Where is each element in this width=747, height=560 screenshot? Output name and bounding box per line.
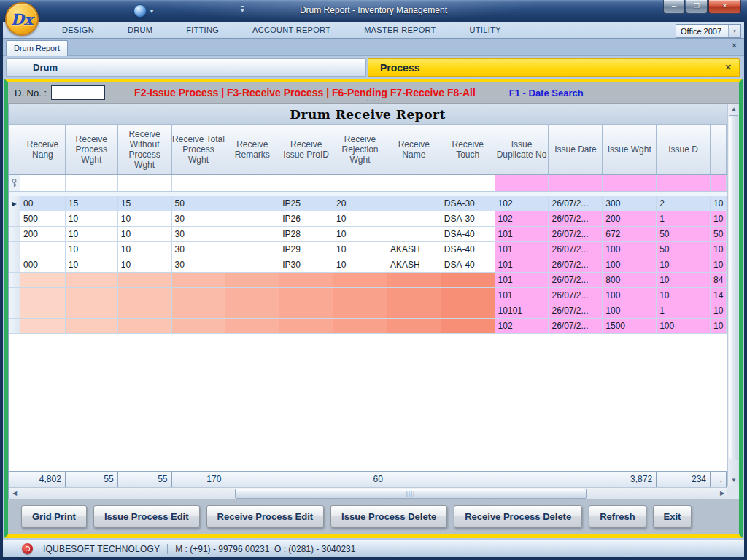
grid-cell-receive_total_process_wght[interactable] [172,303,226,319]
grid-cell-issue_wght[interactable]: 800 [603,273,657,288]
grid-cell-receive_nang[interactable]: 000 [20,257,66,273]
grid-cell-receive_remarks[interactable] [225,227,279,242]
grid-cell-issue_date[interactable]: 26/07/2... [549,227,603,242]
grid-cell-receive_name[interactable] [387,288,441,303]
grid-cell-issue_duplicate_no[interactable]: 102 [495,196,549,211]
grid-cell-issue_d[interactable]: 10 [657,273,711,288]
dno-input[interactable] [51,85,105,100]
grid-cell-issue_duplicate_no[interactable]: 10101 [495,303,549,319]
grid-cell-receive_process_wght[interactable] [66,288,118,303]
grid-cell-issue_d[interactable]: 10 [657,288,711,303]
grid-cell-receive_without_process_wght[interactable]: 10 [118,242,172,257]
grid-cell-partial[interactable]: 10 [711,319,727,334]
grid-cell-receive_touch[interactable] [441,288,495,303]
panel-close-icon[interactable]: ✕ [725,63,739,72]
filter-cell-receive_name[interactable] [387,175,441,191]
grid-cell-receive_issue_proid[interactable]: IP25 [279,196,333,211]
grid-cell-receive_rejection_wght[interactable] [333,319,387,334]
grid-cell-issue_date[interactable]: 26/07/2... [549,288,603,303]
menu-item-design[interactable]: DESIGN [45,26,111,34]
grid-cell-receive_issue_proid[interactable] [279,288,333,303]
grid-cell-receive_issue_proid[interactable]: IP26 [279,211,333,227]
grid-cell-receive_nang[interactable]: 500 [20,211,66,227]
grid-cell-receive_touch[interactable] [441,319,495,334]
grid-cell-receive_nang[interactable] [20,242,66,257]
grid-cell-partial[interactable]: 84 [711,273,727,288]
grid-cell-receive_remarks[interactable] [225,196,279,211]
grid-cell-issue_d[interactable]: 50 [657,242,711,257]
grid-cell-issue_wght[interactable]: 100 [603,242,657,257]
grid-cell-receive_nang[interactable] [20,319,66,334]
grid-print-button[interactable]: Grid Print [21,505,87,528]
grid-cell-receive_total_process_wght[interactable]: 30 [172,242,226,257]
scroll-right-icon[interactable]: ▶ [716,488,728,499]
row-indicator[interactable] [9,211,20,227]
filter-cell-receive_without_process_wght[interactable] [118,175,172,191]
grid-cell-receive_remarks[interactable] [225,211,279,227]
row-indicator[interactable] [9,257,20,273]
panel-header-drum[interactable]: Drum [6,58,366,77]
col-header-partial[interactable] [711,125,727,174]
grid-cell-receive_total_process_wght[interactable]: 30 [172,227,226,242]
receive-process-edit-button[interactable]: Receive Process Edit [206,505,325,528]
grid-cell-issue_wght[interactable]: 200 [603,211,657,227]
filter-cell-receive_nang[interactable] [20,175,66,191]
grid-cell-receive_remarks[interactable] [225,273,279,288]
issue-process-edit-button[interactable]: Issue Process Edit [93,505,200,528]
grid-cell-issue_wght[interactable]: 100 [603,303,657,319]
grid-cell-receive_remarks[interactable] [225,303,279,319]
col-header-receive_rejection_wght[interactable]: Receive Rejection Wght [333,125,387,174]
row-indicator[interactable] [9,319,20,334]
grid-cell-receive_process_wght[interactable]: 10 [66,242,118,257]
scroll-up-icon[interactable]: ▲ [728,104,740,115]
grid-cell-receive_process_wght[interactable]: 15 [66,196,118,211]
col-header-receive_without_process_wght[interactable]: Receive Without Process Wght [118,125,172,174]
grid-cell-issue_duplicate_no[interactable]: 102 [495,319,549,334]
grid-cell-receive_nang[interactable] [20,273,66,288]
row-indicator[interactable] [9,227,20,242]
minimize-button[interactable]: ─ [663,0,685,14]
menu-item-master-report[interactable]: MASTER REPORT [347,26,452,34]
col-header-issue_date[interactable]: Issue Date [549,125,603,174]
vertical-scrollbar[interactable]: ▲ ▼ [727,104,739,486]
grid-cell-issue_duplicate_no[interactable]: 101 [495,288,549,303]
grid-cell-receive_touch[interactable] [441,303,495,319]
menu-item-utility[interactable]: UTILITY [453,26,518,34]
row-indicator[interactable] [9,242,20,257]
receive-process-delete-button[interactable]: Receive Process Delete [454,505,582,528]
grid-cell-receive_without_process_wght[interactable] [118,288,172,303]
col-header-receive_name[interactable]: Receive Name [387,125,441,174]
theme-selector[interactable]: Office 2007 ▾ [676,24,741,38]
grid-cell-receive_issue_proid[interactable] [279,319,333,334]
close-button[interactable]: ✕ [708,0,741,14]
menu-item-drum[interactable]: DRUM [111,26,169,34]
grid-cell-issue_wght[interactable]: 672 [603,227,657,242]
grid-cell-issue_date[interactable]: 26/07/2... [549,319,603,334]
filter-cell-receive_process_wght[interactable] [66,175,118,191]
grid-cell-issue_date[interactable]: 26/07/2... [549,196,603,211]
filter-cell-receive_rejection_wght[interactable] [333,175,387,191]
grid-cell-receive_touch[interactable]: DSA-40 [441,242,495,257]
grid-cell-receive_without_process_wght[interactable] [118,273,172,288]
filter-cell-partial[interactable] [711,175,727,191]
grid-cell-receive_touch[interactable] [441,273,495,288]
grid-cell-receive_total_process_wght[interactable]: 50 [172,196,226,211]
col-header-receive_remarks[interactable]: Receive Remarks [225,125,279,174]
grid-cell-partial[interactable]: 10 [711,211,727,227]
grid-cell-issue_d[interactable]: 10 [657,257,711,273]
quick-access-dropdown-icon[interactable]: ▾ [150,8,153,15]
grid-cell-receive_process_wght[interactable]: 10 [66,227,118,242]
splitter-dots-icon[interactable]: ···· [366,98,381,103]
grid-cell-receive_total_process_wght[interactable] [172,319,226,334]
grid-cell-partial[interactable]: 10 [711,257,727,273]
grid-cell-receive_issue_proid[interactable] [279,303,333,319]
grid-cell-receive_nang[interactable]: 200 [20,227,66,242]
col-header-issue_wght[interactable]: Issue Wght [603,125,657,174]
grid-cell-issue_date[interactable]: 26/07/2... [549,257,603,273]
grid-cell-partial[interactable]: 10 [711,242,727,257]
grid-cell-receive_without_process_wght[interactable] [118,303,172,319]
quick-access-orb-icon[interactable] [133,4,147,18]
tab-drum-report[interactable]: Drum Report [6,40,68,56]
grid-cell-issue_d[interactable]: 2 [657,196,711,211]
filter-cell-issue_duplicate_no[interactable] [495,175,549,191]
